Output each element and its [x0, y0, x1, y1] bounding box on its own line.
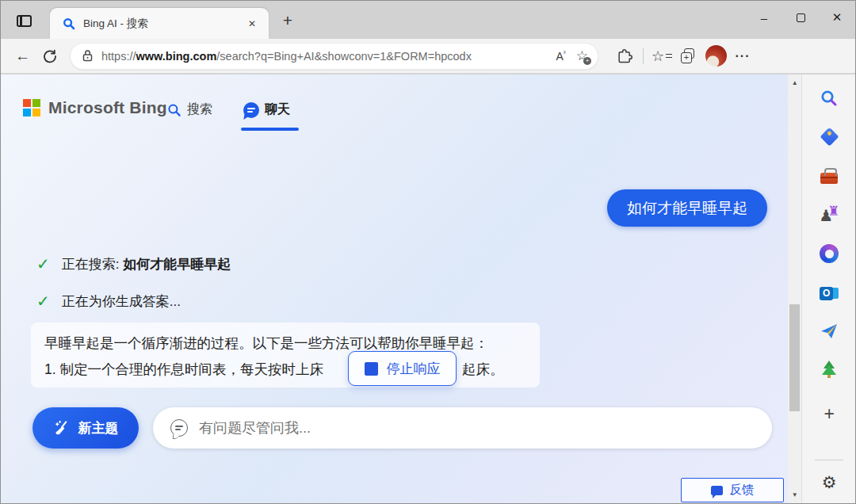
answer-card: 早睡早起是一个循序渐进的过程。以下是一些方法可以帮助你早睡早起： 1. 制定一个…: [31, 323, 540, 388]
tree-icon: [820, 360, 838, 379]
generating-progress-line: ✓ 正在为你生成答案...: [36, 292, 181, 311]
sidebar-games-button[interactable]: ♟ ♜: [802, 203, 856, 225]
answer-line-2: 1. 制定一个合理的作息时间表，每天按时上床起床。: [44, 360, 540, 379]
favorites-button[interactable]: ☆: [648, 49, 675, 63]
tab-chat-label: 聊天: [265, 101, 290, 118]
microsoft-logo[interactable]: [23, 99, 40, 116]
minimize-button[interactable]: –: [746, 1, 782, 34]
search-icon: [820, 89, 839, 108]
collections-icon: +: [681, 48, 697, 64]
new-topic-button[interactable]: 新主题: [32, 407, 139, 449]
refresh-button[interactable]: [43, 49, 57, 63]
collections-button[interactable]: +: [675, 48, 702, 64]
back-button[interactable]: ←: [15, 48, 30, 65]
gear-icon: ⚙: [822, 473, 837, 492]
sidebar-tools-button[interactable]: [802, 164, 856, 186]
extensions-puzzle-icon: [617, 48, 633, 64]
scroll-down-icon[interactable]: ▼: [788, 491, 801, 498]
browser-toolbar: ← https://www.bing.com/search?q=Bing+AI&…: [1, 39, 855, 74]
scroll-up-icon[interactable]: ▲: [788, 79, 801, 86]
url-text: https://www.bing.com/search?q=Bing+AI&sh…: [101, 50, 472, 63]
profile-avatar: [705, 45, 727, 67]
window-controls: – ✕: [746, 1, 855, 34]
ask-bubble-icon: [170, 419, 188, 437]
sidebar-drop-button[interactable]: [802, 320, 856, 342]
sidebar-search-button[interactable]: [802, 87, 856, 109]
feedback-bubble-icon: [711, 486, 723, 495]
read-aloud-icon[interactable]: A⁾⁾: [556, 50, 564, 63]
address-bar[interactable]: https://www.bing.com/search?q=Bing+AI&sh…: [70, 43, 598, 70]
step-text: 正在搜索: 如何才能早睡早起: [62, 255, 231, 273]
toolbar-divider: [643, 48, 644, 64]
answer-line-1: 早睡早起是一个循序渐进的过程。以下是一些方法可以帮助你早睡早起：: [44, 334, 540, 353]
step-text: 正在为你生成答案...: [62, 292, 181, 311]
feedback-label: 反馈: [730, 482, 755, 498]
new-topic-label: 新主题: [78, 419, 119, 437]
sidebar-shopping-button[interactable]: [802, 125, 856, 147]
tab-actions-icon: [17, 15, 32, 27]
feedback-button[interactable]: 反馈: [681, 478, 784, 502]
maximize-icon: [797, 13, 805, 22]
stop-responding-button[interactable]: 停止响应: [348, 351, 457, 386]
extensions-button[interactable]: [611, 48, 638, 64]
browser-window: Bing AI - 搜索 ✕ + – ✕ ← https://www.bing.…: [0, 0, 856, 504]
check-icon: ✓: [36, 254, 50, 273]
chat-input-container[interactable]: [153, 407, 772, 449]
toolbox-icon: [820, 173, 838, 184]
tab-strip: Bing AI - 搜索 ✕ + – ✕: [1, 1, 855, 39]
bing-search-favicon: [63, 17, 75, 30]
edge-sidebar: ♟ ♜ O: [801, 74, 855, 503]
tab-actions-menu-button[interactable]: [12, 10, 36, 31]
sidebar-add-button[interactable]: +: [802, 403, 856, 425]
bing-header: Microsoft Bing: [23, 98, 167, 117]
active-tab-underline: [241, 128, 299, 131]
favorites-hub-icon: ☆: [652, 49, 672, 63]
ellipsis-icon: ···: [736, 49, 751, 63]
refresh-icon: [43, 49, 57, 63]
outlook-icon: O: [820, 285, 839, 303]
tab-search-label: 搜索: [187, 101, 212, 118]
sidebar-divider: [815, 460, 843, 460]
chat-bubble-icon: [243, 102, 259, 118]
chess-pieces-icon: ♟ ♜: [819, 204, 839, 223]
browser-tab[interactable]: Bing AI - 搜索 ✕: [50, 8, 269, 39]
broom-icon: [53, 419, 71, 437]
profile-button[interactable]: [702, 45, 729, 67]
add-favorite-icon[interactable]: ☆+: [576, 49, 588, 63]
tab-chat[interactable]: 聊天: [243, 101, 290, 118]
tab-title: Bing AI - 搜索: [83, 17, 243, 31]
bing-chat-page: Microsoft Bing 搜索 聊天 如何才能早睡早起 ✓ 正在搜索: 如何…: [1, 74, 788, 503]
sidebar-tree-button[interactable]: [802, 358, 856, 380]
sidebar-outlook-button[interactable]: O: [802, 283, 856, 305]
sidebar-microsoft365-button[interactable]: [802, 242, 856, 265]
tab-search[interactable]: 搜索: [167, 101, 212, 118]
stop-responding-label: 停止响应: [387, 360, 441, 378]
search-icon: [167, 103, 182, 117]
close-window-button[interactable]: ✕: [819, 1, 855, 34]
new-tab-button[interactable]: +: [277, 10, 299, 31]
toolbar-icons: ☆ + ···: [611, 45, 756, 67]
settings-more-button[interactable]: ···: [729, 49, 756, 63]
page-scrollbar[interactable]: ▲ ▼: [788, 74, 801, 503]
paper-plane-icon: [820, 323, 839, 340]
tab-close-icon[interactable]: ✕: [243, 16, 261, 32]
stop-icon: [365, 362, 378, 376]
user-message-bubble: 如何才能早睡早起: [607, 189, 767, 227]
shopping-tag-icon: [820, 127, 839, 146]
sidebar-settings-button[interactable]: ⚙: [802, 472, 856, 494]
plus-icon: +: [824, 403, 834, 425]
bing-logo-text[interactable]: Microsoft Bing: [48, 98, 167, 117]
search-progress-line: ✓ 正在搜索: 如何才能早睡早起: [36, 254, 231, 273]
check-icon: ✓: [36, 292, 50, 311]
maximize-button[interactable]: [782, 1, 819, 34]
microsoft365-icon: [820, 244, 839, 263]
lock-icon: [82, 49, 94, 63]
scrollbar-thumb[interactable]: [789, 304, 800, 411]
chat-input[interactable]: [199, 420, 756, 437]
